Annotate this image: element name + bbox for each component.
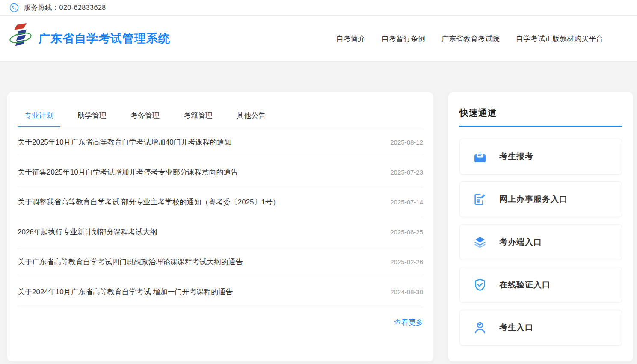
news-date: 2025-07-14	[390, 198, 423, 206]
site-title[interactable]: 广东省自学考试管理系统	[39, 16, 170, 61]
hotline-text: 服务热线：020-62833628	[24, 3, 106, 12]
news-item[interactable]: 2026年起执行专业新计划部分课程考试大纲 2025-06-25	[18, 217, 423, 247]
nav-link[interactable]: 自考简介	[336, 34, 365, 44]
news-item[interactable]: 关于征集2025年10月自学考试增加开考停考专业部分课程意向的通告 2025-0…	[18, 157, 423, 187]
tab[interactable]: 专业计划	[18, 105, 60, 127]
document-edit-icon	[473, 192, 487, 207]
tab[interactable]: 考务管理	[124, 105, 166, 127]
news-date: 2025-08-12	[390, 139, 423, 146]
news-title[interactable]: 关于征集2025年10月自学考试增加开考停考专业部分课程意向的通告	[18, 167, 238, 177]
news-title[interactable]: 关于调整我省高等教育自学考试 部分专业主考学校的通知（粤考委〔2025〕1号）	[18, 197, 280, 207]
news-date: 2025-02-26	[390, 258, 423, 266]
news-item[interactable]: 关于调整我省高等教育自学考试 部分专业主考学校的通知（粤考委〔2025〕1号） …	[18, 187, 423, 217]
news-item[interactable]: 关于2025年10月广东省高等教育自学考试增加40门开考课程的通知 2025-0…	[18, 127, 423, 157]
news-title[interactable]: 关于广东省高等教育自学考试四门思想政治理论课课程考试大纲的通告	[18, 257, 243, 267]
mail-open-icon	[473, 149, 487, 164]
tab[interactable]: 其他公告	[230, 105, 273, 127]
shield-check-icon	[473, 278, 487, 292]
nav-link[interactable]: 广东省教育考试院	[441, 34, 500, 44]
hotline-number: 020-62833628	[59, 4, 106, 11]
quick-channel-header: 快速通道	[459, 92, 622, 127]
notice-tabs: 专业计划助学管理考务管理考籍管理其他公告	[18, 105, 423, 127]
quick-links: 考生报考 网上办事服务入口 考办端入口 在线验证入口 考生入口	[459, 139, 622, 346]
quick-link-card[interactable]: 考生入口	[459, 310, 622, 346]
hotline-label: 服务热线：	[24, 4, 59, 11]
tab[interactable]: 助学管理	[71, 105, 113, 127]
quick-link-card[interactable]: 在线验证入口	[459, 267, 622, 303]
quick-link-card[interactable]: 考办端入口	[459, 224, 622, 260]
tab[interactable]: 考籍管理	[177, 105, 219, 127]
news-date: 2024-08-30	[390, 288, 423, 296]
quick-channel-panel: 快速通道 考生报考 网上办事服务入口 考办端入口 在线验证入口 考生入口	[448, 92, 633, 361]
notice-panel: 专业计划助学管理考务管理考籍管理其他公告 关于2025年10月广东省高等教育自学…	[7, 92, 433, 361]
news-title[interactable]: 关于2025年10月广东省高等教育自学考试增加40门开考课程的通知	[18, 137, 232, 147]
news-list: 关于2025年10月广东省高等教育自学考试增加40门开考课程的通知 2025-0…	[18, 127, 423, 307]
site-header: 广东省自学考试管理系统 自考简介自考暂行条例广东省教育考试院自学考试正版教材购买…	[0, 16, 637, 62]
header-nav: 自考简介自考暂行条例广东省教育考试院自学考试正版教材购买平台	[336, 16, 603, 61]
news-item[interactable]: 关于2024年10月广东省高等教育自学考试 增加一门开考课程的通告 2024-0…	[18, 277, 423, 307]
hotline-bar: 服务热线：020-62833628	[0, 0, 637, 16]
news-date: 2025-07-23	[390, 169, 423, 176]
more-row: 查看更多	[18, 317, 423, 327]
layers-icon	[473, 235, 487, 249]
quick-link-card[interactable]: 网上办事服务入口	[459, 181, 622, 217]
site-logo-icon[interactable]	[9, 23, 33, 54]
news-title[interactable]: 2026年起执行专业新计划部分课程考试大纲	[18, 227, 157, 237]
quick-channel-title: 快速通道	[459, 107, 622, 119]
nav-link[interactable]: 自学考试正版教材购买平台	[516, 34, 603, 44]
nav-link[interactable]: 自考暂行条例	[382, 34, 425, 44]
news-title[interactable]: 关于2024年10月广东省高等教育自学考试 增加一门开考课程的通告	[18, 287, 233, 297]
news-item[interactable]: 关于广东省高等教育自学考试四门思想政治理论课课程考试大纲的通告 2025-02-…	[18, 247, 423, 277]
view-more-link[interactable]: 查看更多	[394, 317, 423, 327]
news-date: 2025-06-25	[390, 228, 423, 236]
quick-link-card[interactable]: 考生报考	[459, 139, 622, 175]
phone-icon	[9, 3, 19, 12]
user-icon	[473, 320, 487, 335]
